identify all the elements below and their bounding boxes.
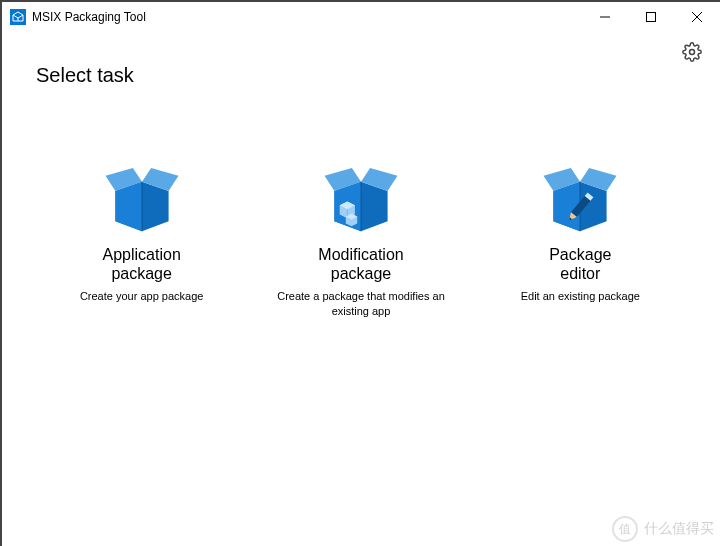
watermark-text: 什么值得买 — [644, 520, 714, 538]
window-title: MSIX Packaging Tool — [32, 10, 582, 24]
svg-rect-1 — [647, 13, 656, 22]
box-open-icon — [102, 157, 182, 237]
settings-icon[interactable] — [682, 42, 702, 62]
minimize-button[interactable] — [582, 2, 628, 32]
maximize-button[interactable] — [628, 2, 674, 32]
task-desc: Create your app package — [47, 289, 237, 303]
watermark: 值 什么值得买 — [612, 516, 714, 542]
window-controls — [582, 2, 720, 32]
page-title: Select task — [36, 64, 720, 87]
box-modification-icon — [321, 157, 401, 237]
task-modification-package[interactable]: Modification package Create a package th… — [266, 157, 456, 318]
watermark-badge: 值 — [612, 516, 638, 542]
titlebar: MSIX Packaging Tool — [2, 2, 720, 32]
task-title: Modification package — [266, 245, 456, 283]
task-title: Application package — [47, 245, 237, 283]
box-edit-icon — [540, 157, 620, 237]
task-desc: Edit an existing package — [485, 289, 675, 303]
close-button[interactable] — [674, 2, 720, 32]
app-icon — [10, 9, 26, 25]
task-title: Package editor — [485, 245, 675, 283]
task-application-package[interactable]: Application package Create your app pack… — [47, 157, 237, 318]
task-desc: Create a package that modifies an existi… — [266, 289, 456, 318]
task-row: Application package Create your app pack… — [2, 157, 720, 318]
svg-point-4 — [690, 50, 695, 55]
task-package-editor[interactable]: Package editor Edit an existing package — [485, 157, 675, 318]
